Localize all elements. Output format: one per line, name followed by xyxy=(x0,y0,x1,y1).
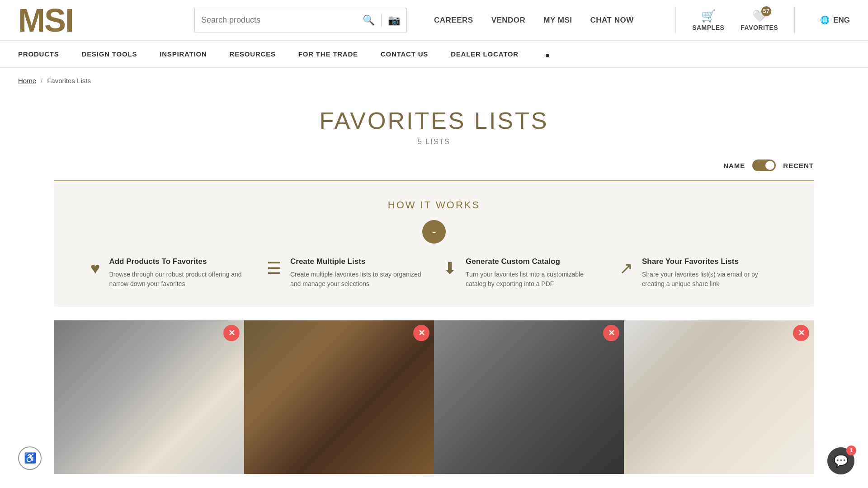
globe-icon: 🌐 xyxy=(820,15,830,25)
hiw-desc-create-lists: Create multiple favorites lists to stay … xyxy=(290,270,425,289)
heart-icon: 🤍 57 xyxy=(752,9,767,23)
lists-count: 5 LISTS xyxy=(0,138,868,146)
favorites-label: FAVORITES xyxy=(741,24,778,31)
top-nav: CAREERS VENDOR MY MSI CHAT NOW xyxy=(434,16,634,25)
chat-button[interactable]: 💬 1 xyxy=(827,447,854,474)
hiw-title-add-favorites: Add Products To Favorites xyxy=(109,257,249,266)
download-icon-hiw: ⬇ xyxy=(443,259,457,278)
breadcrumb-home[interactable]: Home xyxy=(18,77,36,84)
language-selector[interactable]: 🌐 ENG xyxy=(820,15,850,25)
hiw-content-create-lists: Create Multiple Lists Create multiple fa… xyxy=(290,257,425,289)
chat-icon: 💬 xyxy=(834,454,848,468)
hiw-title-generate-catalog: Generate Custom Catalog xyxy=(466,257,601,266)
nav-design-tools[interactable]: DESIGN TOOLS xyxy=(82,50,137,58)
nav-contact-us[interactable]: CONTACT US xyxy=(381,50,428,58)
nav-dealer-locator[interactable]: DEALER LOCATOR xyxy=(451,50,519,58)
favorites-button[interactable]: 🤍 57 FAVORITES xyxy=(741,9,778,31)
main-nav: PRODUCTS DESIGN TOOLS INSPIRATION RESOUR… xyxy=(0,41,868,68)
nav-chat-now[interactable]: CHAT NOW xyxy=(590,16,634,25)
samples-button[interactable]: 🛒 SAMPLES xyxy=(692,9,724,31)
product-tiles: ✕ ✕ ✕ ✕ xyxy=(54,320,814,474)
favorites-badge: 57 xyxy=(761,6,771,16)
hiw-item-create-lists: ☰ Create Multiple Lists Create multiple … xyxy=(267,257,425,289)
search-icon[interactable]: 🔍 xyxy=(363,14,375,26)
sort-name-label: NAME xyxy=(723,162,745,169)
header-divider-2 xyxy=(794,7,795,34)
nav-resources[interactable]: RESOURCES xyxy=(230,50,276,58)
accessibility-icon: ♿ xyxy=(24,452,36,464)
sort-recent-label: RECENT xyxy=(783,162,814,169)
breadcrumb-current: Favorites Lists xyxy=(47,77,91,84)
tile-close-1[interactable]: ✕ xyxy=(223,325,240,341)
sort-toggle[interactable] xyxy=(752,160,776,171)
search-input[interactable] xyxy=(201,15,337,25)
nav-for-the-trade[interactable]: FOR THE TRADE xyxy=(298,50,358,58)
breadcrumb: Home / Favorites Lists xyxy=(0,68,868,94)
page-title: FAVORITES LISTS xyxy=(0,107,868,134)
tile-close-4[interactable]: ✕ xyxy=(793,325,809,341)
sort-bar: NAME RECENT xyxy=(0,150,868,180)
how-it-works-section: HOW IT WORKS - ♥ Add Products To Favorit… xyxy=(54,181,814,307)
list-icon-hiw: ☰ xyxy=(267,259,281,278)
header-divider xyxy=(675,7,676,34)
header-actions: 🛒 SAMPLES 🤍 57 FAVORITES 🌐 ENG xyxy=(675,7,850,34)
product-tile-4: ✕ xyxy=(624,320,814,474)
nav-inspiration[interactable]: INSPIRATION xyxy=(160,50,207,58)
hiw-title-share-lists: Share Your Favorites Lists xyxy=(642,257,778,266)
heart-icon-hiw: ♥ xyxy=(90,259,100,278)
hiw-item-add-favorites: ♥ Add Products To Favorites Browse throu… xyxy=(90,257,249,289)
nav-my-msi[interactable]: MY MSI xyxy=(543,16,572,25)
chat-badge: 1 xyxy=(846,446,856,455)
camera-icon[interactable]: 📷 xyxy=(388,14,400,26)
hiw-content-add-favorites: Add Products To Favorites Browse through… xyxy=(109,257,249,289)
how-it-works-grid: ♥ Add Products To Favorites Browse throu… xyxy=(72,257,796,289)
cart-icon: 🛒 xyxy=(701,9,716,23)
collapse-button[interactable]: - xyxy=(422,220,446,244)
divider xyxy=(381,14,382,27)
hiw-title-create-lists: Create Multiple Lists xyxy=(290,257,425,266)
hiw-desc-share-lists: Share your favorites list(s) via email o… xyxy=(642,270,778,289)
nav-careers[interactable]: CAREERS xyxy=(434,16,473,25)
samples-label: SAMPLES xyxy=(692,24,724,31)
header: MSI 🔍 📷 CAREERS VENDOR MY MSI CHAT NOW 🛒… xyxy=(0,0,868,41)
page-title-section: FAVORITES LISTS 5 LISTS xyxy=(0,94,868,150)
hiw-content-share-lists: Share Your Favorites Lists Share your fa… xyxy=(642,257,778,289)
share-icon-hiw: ↗ xyxy=(619,259,633,278)
hiw-item-share-lists: ↗ Share Your Favorites Lists Share your … xyxy=(619,257,778,289)
breadcrumb-separator: / xyxy=(41,77,42,84)
product-tile-2: ✕ xyxy=(244,320,434,474)
hiw-desc-add-favorites: Browse through our robust product offeri… xyxy=(109,270,249,289)
nav-products[interactable]: PRODUCTS xyxy=(18,50,59,58)
logo[interactable]: MSI xyxy=(18,4,90,37)
product-tile-1: ✕ xyxy=(54,320,244,474)
search-bar[interactable]: 🔍 📷 xyxy=(194,8,407,33)
lang-label: ENG xyxy=(833,16,850,25)
product-tile-3: ✕ xyxy=(434,320,624,474)
hiw-item-generate-catalog: ⬇ Generate Custom Catalog Turn your favo… xyxy=(443,257,601,289)
tile-close-2[interactable]: ✕ xyxy=(413,325,429,341)
hiw-desc-generate-catalog: Turn your favorites list into a customiz… xyxy=(466,270,601,289)
accessibility-button[interactable]: ♿ xyxy=(18,446,42,470)
hiw-content-generate-catalog: Generate Custom Catalog Turn your favori… xyxy=(466,257,601,289)
how-it-works-title: HOW IT WORKS xyxy=(72,199,796,211)
tile-close-3[interactable]: ✕ xyxy=(603,325,619,341)
minus-icon: - xyxy=(432,226,436,238)
nav-vendor[interactable]: VENDOR xyxy=(491,16,526,25)
